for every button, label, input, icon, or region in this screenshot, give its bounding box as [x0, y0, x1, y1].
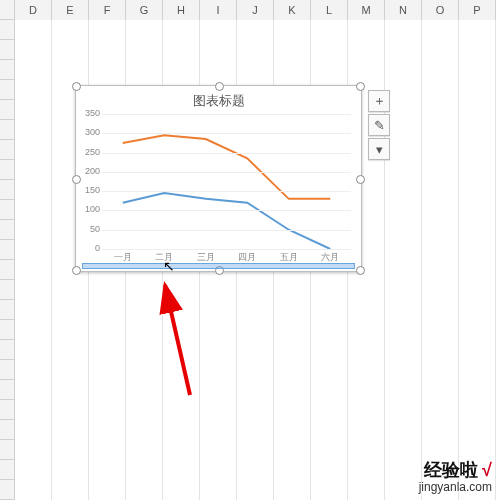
cell[interactable]	[274, 60, 311, 81]
cell[interactable]	[163, 420, 200, 441]
cell[interactable]	[459, 200, 496, 221]
resize-handle[interactable]	[72, 82, 81, 91]
cell[interactable]	[52, 20, 89, 41]
cell[interactable]	[126, 40, 163, 61]
col-header[interactable]: L	[311, 0, 348, 21]
cell[interactable]	[15, 380, 52, 401]
cell[interactable]	[422, 280, 459, 301]
cell[interactable]	[52, 300, 89, 321]
cell[interactable]	[163, 400, 200, 421]
cell[interactable]	[459, 360, 496, 381]
cell[interactable]	[237, 460, 274, 481]
cell[interactable]	[126, 460, 163, 481]
cell[interactable]	[311, 460, 348, 481]
chart-filter-button[interactable]: ▾	[368, 138, 390, 160]
cell[interactable]	[385, 400, 422, 421]
cell[interactable]	[422, 200, 459, 221]
cell[interactable]	[52, 360, 89, 381]
cell[interactable]	[163, 440, 200, 461]
resize-handle[interactable]	[72, 266, 81, 275]
cell[interactable]	[311, 340, 348, 361]
cell[interactable]	[385, 280, 422, 301]
col-header[interactable]: P	[459, 0, 496, 21]
cell[interactable]	[422, 420, 459, 441]
cell[interactable]	[422, 20, 459, 41]
cell[interactable]	[52, 340, 89, 361]
cell[interactable]	[348, 340, 385, 361]
col-header[interactable]: K	[274, 0, 311, 21]
cell[interactable]	[15, 420, 52, 441]
cell[interactable]	[422, 440, 459, 461]
cell[interactable]	[385, 380, 422, 401]
resize-handle[interactable]	[72, 175, 81, 184]
cell[interactable]	[385, 360, 422, 381]
cell[interactable]	[163, 340, 200, 361]
col-header[interactable]: I	[200, 0, 237, 21]
cell[interactable]	[237, 320, 274, 341]
row-header[interactable]	[0, 400, 15, 420]
col-header[interactable]: D	[15, 0, 52, 21]
cell[interactable]	[237, 360, 274, 381]
cell[interactable]	[126, 360, 163, 381]
cell[interactable]	[385, 420, 422, 441]
cell[interactable]	[385, 480, 422, 500]
cell[interactable]	[200, 340, 237, 361]
cell[interactable]	[237, 40, 274, 61]
cell[interactable]	[348, 420, 385, 441]
cell[interactable]	[385, 240, 422, 261]
row-header[interactable]	[0, 360, 15, 380]
cell[interactable]	[15, 460, 52, 481]
row-header[interactable]	[0, 240, 15, 260]
row-header[interactable]	[0, 180, 15, 200]
chart-title[interactable]: 图表标题	[76, 92, 361, 110]
cell[interactable]	[348, 480, 385, 500]
cell[interactable]	[52, 400, 89, 421]
cell[interactable]	[311, 420, 348, 441]
cell[interactable]	[200, 20, 237, 41]
cell[interactable]	[385, 80, 422, 101]
cell[interactable]	[237, 280, 274, 301]
cell[interactable]	[200, 60, 237, 81]
cell[interactable]	[274, 340, 311, 361]
row-header[interactable]	[0, 340, 15, 360]
cell[interactable]	[422, 380, 459, 401]
cell[interactable]	[348, 20, 385, 41]
cell[interactable]	[459, 400, 496, 421]
cell[interactable]	[200, 400, 237, 421]
cell[interactable]	[89, 360, 126, 381]
cell[interactable]	[89, 380, 126, 401]
cell[interactable]	[163, 300, 200, 321]
cell[interactable]	[348, 360, 385, 381]
cell[interactable]	[200, 460, 237, 481]
cell[interactable]	[459, 140, 496, 161]
cell[interactable]	[89, 480, 126, 500]
cell[interactable]	[385, 260, 422, 281]
cell[interactable]	[385, 140, 422, 161]
cell[interactable]	[89, 280, 126, 301]
cell[interactable]	[422, 300, 459, 321]
cell[interactable]	[274, 400, 311, 421]
row-header[interactable]	[0, 420, 15, 440]
cell[interactable]	[15, 100, 52, 121]
cell[interactable]	[15, 40, 52, 61]
cell[interactable]	[422, 120, 459, 141]
cell[interactable]	[237, 300, 274, 321]
cell[interactable]	[459, 300, 496, 321]
cell[interactable]	[200, 360, 237, 381]
cell[interactable]	[385, 120, 422, 141]
cell[interactable]	[385, 40, 422, 61]
cell[interactable]	[348, 60, 385, 81]
cell[interactable]	[89, 460, 126, 481]
row-header[interactable]	[0, 60, 15, 80]
cell[interactable]	[89, 340, 126, 361]
cell[interactable]	[126, 280, 163, 301]
row-header[interactable]	[0, 160, 15, 180]
cell[interactable]	[311, 320, 348, 341]
cell[interactable]	[15, 260, 52, 281]
cell[interactable]	[89, 40, 126, 61]
cell[interactable]	[200, 480, 237, 500]
row-header[interactable]	[0, 80, 15, 100]
col-header[interactable]: O	[422, 0, 459, 21]
cell[interactable]	[459, 160, 496, 181]
cell[interactable]	[459, 80, 496, 101]
